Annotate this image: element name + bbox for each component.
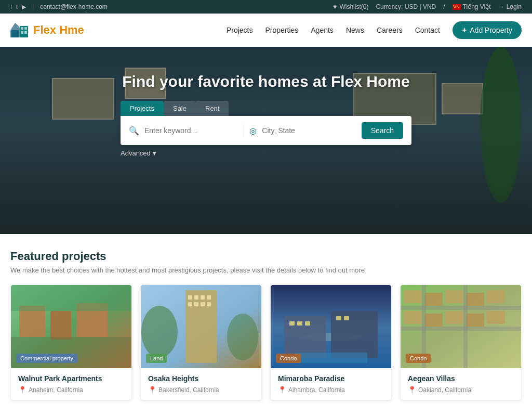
featured-section: Featured projects We make the best choic… — [0, 234, 532, 416]
svg-rect-36 — [404, 290, 422, 303]
svg-rect-5 — [21, 31, 23, 34]
svg-rect-47 — [401, 327, 521, 331]
top-bar: f t ▶ | contact@flex-home.com ♥ Wishlist… — [0, 0, 532, 14]
twitter-icon[interactable]: t — [16, 4, 18, 10]
project-card-osaka[interactable]: Land Osaka Heights 📍 Bakersfield, Califo… — [140, 284, 262, 400]
svg-rect-19 — [188, 302, 192, 306]
social-icons: f t ▶ — [10, 4, 26, 10]
project-image-aegean: Condo — [401, 285, 521, 368]
contact-email: contact@flex-home.com — [40, 3, 108, 10]
project-name-mimaroba: Mimaroba Paradise — [278, 374, 384, 383]
project-name-walnut: Walnut Park Apartments — [18, 374, 124, 383]
project-badge-mimaroba: Condo — [276, 354, 301, 363]
nav-properties[interactable]: Properties — [265, 26, 298, 34]
svg-rect-16 — [194, 295, 198, 300]
main-nav: Flex Hme Projects Properties Agents News… — [0, 14, 532, 47]
featured-subtitle: We make the best choices with the hottes… — [10, 266, 522, 274]
svg-point-24 — [227, 314, 258, 360]
project-card-aegean[interactable]: Condo Aegean Villas 📍 Oakland, Californi… — [400, 284, 522, 400]
nav-links: Projects Properties Agents News Careers … — [227, 21, 522, 39]
project-info-mimaroba: Mimaroba Paradise 📍 Alhambra, California — [271, 368, 391, 400]
projects-grid: Commercial property Walnut Park Apartmen… — [10, 284, 522, 400]
svg-point-23 — [141, 306, 178, 358]
search-tabs: Projects Sale Rent — [121, 101, 229, 116]
hero-content: Find your favorite homes at Flex Home Pr… — [0, 73, 532, 157]
tab-rent[interactable]: Rent — [196, 101, 229, 116]
tab-projects[interactable]: Projects — [121, 101, 164, 116]
nav-projects[interactable]: Projects — [227, 26, 253, 34]
plus-icon: + — [462, 25, 467, 35]
logo[interactable]: Flex Hme — [10, 21, 84, 40]
svg-rect-18 — [207, 295, 211, 300]
separator: / — [443, 3, 445, 10]
advanced-link[interactable]: Advanced ▾ — [121, 149, 156, 157]
svg-rect-32 — [336, 316, 341, 320]
location-pin-icon-4: 📍 — [408, 386, 416, 394]
svg-rect-17 — [201, 295, 205, 300]
svg-rect-29 — [289, 321, 295, 326]
project-image-mimaroba: Condo — [271, 285, 391, 368]
svg-rect-3 — [21, 27, 23, 30]
svg-rect-41 — [404, 311, 422, 324]
youtube-icon[interactable]: ▶ — [22, 4, 26, 10]
project-badge-aegean: Condo — [406, 354, 431, 363]
svg-rect-33 — [344, 316, 349, 320]
city-input[interactable] — [262, 126, 356, 135]
project-info-aegean: Aegean Villas 📍 Oakland, California — [401, 368, 521, 400]
svg-rect-43 — [445, 311, 463, 324]
svg-rect-34 — [295, 353, 367, 363]
svg-rect-37 — [424, 293, 443, 306]
project-image-walnut: Commercial property — [11, 285, 131, 368]
featured-title: Featured projects — [10, 250, 522, 263]
hero-section: Find your favorite homes at Flex Home Pr… — [0, 47, 532, 234]
login-link[interactable]: → Login — [498, 3, 522, 10]
currency-selector[interactable]: Currency: USD | VND — [376, 3, 436, 10]
search-button[interactable]: Search — [362, 122, 403, 139]
nav-careers[interactable]: Careers — [377, 26, 403, 34]
svg-rect-40 — [487, 290, 505, 303]
svg-rect-44 — [466, 314, 484, 327]
top-bar-left: f t ▶ | contact@flex-home.com — [10, 3, 108, 10]
project-image-osaka: Land — [141, 285, 261, 368]
search-icon: 🔍 — [129, 126, 139, 136]
svg-rect-46 — [401, 306, 521, 310]
svg-rect-22 — [207, 302, 211, 306]
svg-rect-38 — [445, 290, 463, 303]
chevron-down-icon: ▾ — [153, 149, 156, 157]
svg-rect-14 — [185, 290, 217, 363]
nav-contact[interactable]: Contact — [415, 26, 440, 34]
project-location-walnut: 📍 Anaheim, California — [18, 386, 124, 394]
svg-rect-12 — [11, 337, 131, 368]
project-card-walnut[interactable]: Commercial property Walnut Park Apartmen… — [10, 284, 132, 400]
location-pin-icon: 📍 — [18, 386, 26, 394]
svg-rect-11 — [11, 285, 131, 311]
svg-rect-31 — [305, 321, 310, 326]
heart-icon: ♥ — [333, 3, 337, 10]
nav-news[interactable]: News — [346, 26, 364, 34]
search-divider — [244, 124, 244, 137]
location-pin-icon-3: 📍 — [278, 386, 286, 394]
project-location-mimaroba: 📍 Alhambra, California — [278, 386, 384, 394]
nav-agents[interactable]: Agents — [311, 26, 334, 34]
search-wrapper: Projects Sale Rent 🔍 ◎ Search Advanced ▾ — [121, 101, 411, 157]
tab-sale[interactable]: Sale — [164, 101, 196, 116]
location-icon: ◎ — [249, 126, 257, 136]
svg-rect-20 — [194, 302, 198, 306]
search-input[interactable] — [144, 126, 238, 135]
language-selector[interactable]: VN Tiếng Việt — [453, 3, 491, 10]
project-location-osaka: 📍 Bakersfield, California — [148, 386, 254, 394]
project-name-aegean: Aegean Villas — [408, 374, 514, 383]
svg-rect-39 — [466, 293, 484, 306]
project-info-osaka: Osaka Heights 📍 Bakersfield, California — [141, 368, 261, 400]
svg-rect-45 — [487, 311, 505, 324]
svg-rect-30 — [297, 321, 302, 326]
svg-rect-42 — [424, 314, 443, 327]
add-property-button[interactable]: + Add Property — [453, 21, 522, 39]
project-name-osaka: Osaka Heights — [148, 374, 254, 383]
project-card-mimaroba[interactable]: Condo Mimaroba Paradise 📍 Alhambra, Cali… — [270, 284, 392, 400]
search-bar: 🔍 ◎ Search — [121, 116, 411, 145]
svg-rect-49 — [463, 285, 468, 368]
facebook-icon[interactable]: f — [10, 4, 12, 10]
logo-icon — [10, 21, 29, 40]
wishlist-link[interactable]: ♥ Wishlist(0) — [333, 3, 368, 10]
